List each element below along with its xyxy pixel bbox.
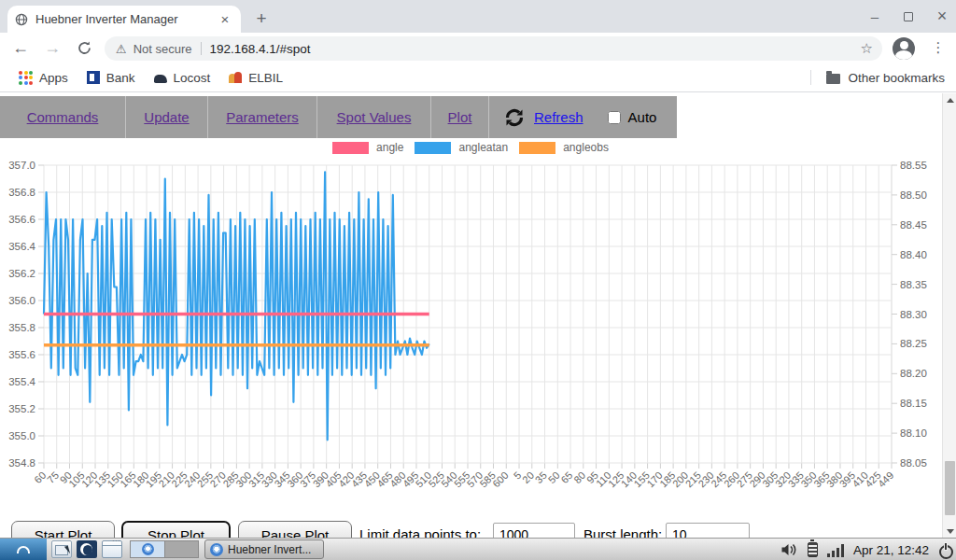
svg-text:355.2: 355.2 — [8, 403, 35, 414]
limit-label: Limit data points to: — [359, 526, 481, 538]
svg-text:355.0: 355.0 — [8, 430, 35, 441]
svg-text:356.4: 356.4 — [8, 241, 35, 252]
app-navbar: Commands Update Parameters Spot Values P… — [0, 96, 677, 138]
svg-text:354.8: 354.8 — [8, 457, 35, 469]
bookmark-label: ELBIL — [248, 71, 283, 85]
burst-label: Burst length: — [583, 526, 662, 538]
browser-launcher-icon[interactable] — [77, 540, 97, 558]
svg-text:88.40: 88.40 — [900, 249, 927, 260]
other-bookmarks-button[interactable]: Other bookmarks — [848, 71, 945, 85]
scroll-down-icon[interactable] — [943, 525, 956, 538]
window-close-button[interactable]: × — [934, 8, 950, 25]
battery-icon[interactable] — [808, 542, 818, 557]
svg-text:356.6: 356.6 — [8, 214, 35, 225]
nav-spot-values[interactable]: Spot Values — [317, 96, 431, 138]
svg-text:356.8: 356.8 — [8, 187, 35, 198]
scrollbar-thumb[interactable] — [945, 461, 955, 515]
profile-avatar[interactable] — [893, 37, 915, 60]
taskbar-clock[interactable]: Apr 21, 12:42 — [853, 543, 929, 557]
window-minimize-button[interactable]: – — [866, 8, 883, 25]
workspace-pager — [130, 540, 199, 558]
not-secure-warning-icon: ⚠ — [116, 42, 127, 56]
bookmark-locost[interactable]: Locost — [154, 71, 211, 85]
bookmark-label: Apps — [39, 71, 68, 85]
security-label: Not secure — [134, 42, 192, 56]
refresh-icon[interactable] — [502, 105, 527, 130]
folder-icon — [826, 74, 840, 84]
power-icon[interactable] — [938, 543, 952, 557]
pause-plot-button[interactable]: Pause Plot — [238, 521, 352, 538]
bookmark-bank[interactable]: Bank — [87, 71, 135, 85]
bookmarks-divider — [810, 70, 811, 85]
window-restore-button[interactable] — [900, 8, 917, 25]
new-tab-button[interactable]: + — [250, 8, 273, 31]
tab-title: Huebner Inverter Manager — [35, 12, 217, 26]
svg-text:356.2: 356.2 — [8, 268, 35, 279]
reload-icon[interactable] — [73, 37, 95, 60]
nav-plot[interactable]: Plot — [431, 96, 489, 138]
bookmarks-bar: Apps Bank Locost ELBIL Other bookmarks — [0, 63, 956, 92]
auto-checkbox[interactable] — [608, 111, 621, 124]
svg-text:88.05: 88.05 — [900, 457, 927, 469]
line-chart: 6075901051201351501651801952102252402552… — [0, 147, 941, 512]
refresh-link[interactable]: Refresh — [534, 109, 583, 125]
elbil-favicon — [229, 71, 242, 84]
back-icon[interactable]: ← — [9, 37, 32, 60]
scroll-up-icon[interactable] — [943, 93, 956, 106]
stop-plot-button[interactable]: Stop Plot — [121, 521, 231, 538]
terminal-icon[interactable] — [102, 540, 122, 558]
forward-icon[interactable]: → — [41, 37, 63, 60]
nav-spot-values-link[interactable]: Spot Values — [337, 109, 412, 125]
chromium-window-mini — [142, 543, 154, 555]
svg-text:88.45: 88.45 — [900, 219, 927, 231]
workspace-2[interactable] — [164, 541, 198, 557]
burst-input[interactable] — [666, 523, 750, 538]
svg-text:356.0: 356.0 — [8, 295, 35, 306]
start-menu-button[interactable] — [0, 539, 47, 560]
address-bar[interactable]: ⚠ Not secure 192.168.4.1/#spot ☆ — [105, 36, 882, 61]
refresh-cell: Refresh Auto — [489, 96, 677, 138]
bookmark-elbil[interactable]: ELBIL — [229, 71, 283, 85]
svg-text:355.4: 355.4 — [8, 376, 35, 387]
svg-text:88.35: 88.35 — [900, 279, 927, 290]
page-content: Commands Update Parameters Spot Values P… — [0, 93, 956, 538]
start-plot-button[interactable]: Start Plot — [11, 521, 115, 538]
nav-update[interactable]: Update — [126, 96, 208, 138]
nav-plot-link[interactable]: Plot — [448, 109, 472, 125]
svg-text:88.25: 88.25 — [900, 338, 927, 349]
browser-tab[interactable]: Huebner Inverter Manager × — [7, 6, 241, 33]
nav-commands[interactable]: Commands — [0, 96, 126, 138]
taskbar: Huebner Invert... Apr 21, 12:42 — [0, 538, 956, 560]
limit-input[interactable] — [493, 523, 575, 538]
nav-update-link[interactable]: Update — [144, 109, 189, 125]
svg-text:88.20: 88.20 — [900, 368, 927, 379]
browser-toolbar: ← → ⚠ Not secure 192.168.4.1/#spot ☆ ⋮ — [0, 33, 956, 63]
svg-text:449: 449 — [876, 469, 895, 489]
page-scrollbar[interactable] — [942, 93, 956, 538]
bookmark-star-icon[interactable]: ☆ — [861, 40, 873, 57]
browser-menu-icon[interactable]: ⋮ — [927, 36, 949, 59]
file-manager-icon[interactable] — [51, 540, 72, 558]
plot-controls: Start Plot Stop Plot Pause Plot Limit da… — [0, 518, 941, 538]
tab-close-icon[interactable]: × — [217, 11, 233, 28]
nav-commands-link[interactable]: Commands — [27, 109, 99, 125]
browser-tab-strip: Huebner Inverter Manager × + – × — [0, 0, 956, 33]
bank-favicon — [87, 71, 100, 84]
svg-text:357.0: 357.0 — [8, 160, 35, 171]
chromium-icon — [210, 543, 223, 556]
nav-parameters-link[interactable]: Parameters — [226, 109, 299, 125]
bookmark-apps[interactable]: Apps — [19, 71, 68, 85]
taskbar-window-button[interactable]: Huebner Invert... — [204, 539, 324, 559]
bookmark-label: Locost — [174, 71, 211, 85]
window-controls: – × — [866, 0, 950, 33]
volume-icon[interactable] — [780, 542, 798, 557]
nav-parameters[interactable]: Parameters — [208, 96, 317, 138]
network-signal-icon[interactable] — [827, 543, 844, 557]
globe-icon — [15, 13, 28, 26]
workspace-1[interactable] — [131, 541, 164, 557]
svg-text:88.55: 88.55 — [900, 160, 927, 171]
url-text: 192.168.4.1/#spot — [210, 42, 311, 56]
apps-grid-icon — [19, 71, 33, 85]
omnibox-divider — [201, 42, 202, 55]
locost-favicon — [154, 75, 167, 83]
